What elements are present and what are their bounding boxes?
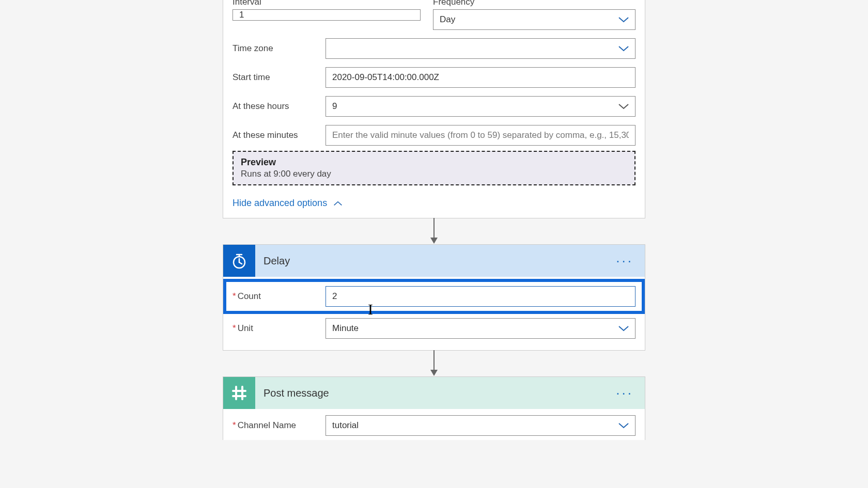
hide-advanced-options-link[interactable]: Hide advanced options: [233, 198, 343, 209]
svg-line-4: [239, 262, 242, 264]
post-message-title: Post message: [264, 387, 614, 399]
preview-box: Preview Runs at 9:00 every day: [233, 151, 636, 185]
slack-icon: [223, 377, 255, 409]
post-message-card: Post message ··· *Channel Name: [223, 376, 645, 440]
unit-select[interactable]: [326, 318, 636, 339]
timezone-select[interactable]: [326, 38, 636, 59]
hours-select[interactable]: [326, 96, 636, 117]
ellipsis-icon: ···: [616, 385, 633, 401]
delay-icon: [223, 245, 255, 277]
connector-arrow: [427, 351, 441, 376]
delay-title: Delay: [264, 255, 614, 267]
starttime-input[interactable]: [326, 67, 636, 88]
svg-marker-8: [430, 370, 438, 376]
minutes-input[interactable]: [326, 125, 636, 146]
preview-title: Preview: [241, 157, 627, 168]
count-label: *Count: [233, 291, 326, 302]
hide-advanced-options-label: Hide advanced options: [233, 198, 327, 209]
interval-input[interactable]: [233, 9, 421, 21]
text-cursor-icon: I: [368, 302, 373, 317]
connector-arrow: [427, 218, 441, 244]
post-message-header[interactable]: Post message ···: [223, 377, 645, 409]
channel-label: *Channel Name: [233, 420, 326, 431]
minutes-label: At these minutes: [233, 130, 326, 140]
timezone-label: Time zone: [233, 43, 326, 54]
post-message-menu-button[interactable]: ···: [614, 385, 636, 401]
svg-marker-1: [430, 238, 438, 244]
frequency-label: Frequency: [433, 0, 636, 7]
unit-label: *Unit: [233, 323, 326, 334]
preview-text: Runs at 9:00 every day: [241, 169, 627, 179]
channel-select[interactable]: [326, 415, 636, 436]
count-row-highlight: *Count I: [227, 283, 641, 310]
interval-label: Interval: [233, 0, 421, 7]
chevron-up-icon: [333, 200, 343, 207]
recurrence-card: Interval Frequency Time zone: [223, 0, 645, 218]
starttime-label: Start time: [233, 72, 326, 83]
delay-menu-button[interactable]: ···: [614, 253, 636, 269]
delay-header[interactable]: Delay ···: [223, 245, 645, 277]
frequency-select[interactable]: [433, 9, 636, 30]
hours-label: At these hours: [233, 101, 326, 112]
delay-card: Delay ··· *Count I *Unit: [223, 244, 645, 351]
ellipsis-icon: ···: [616, 253, 633, 269]
